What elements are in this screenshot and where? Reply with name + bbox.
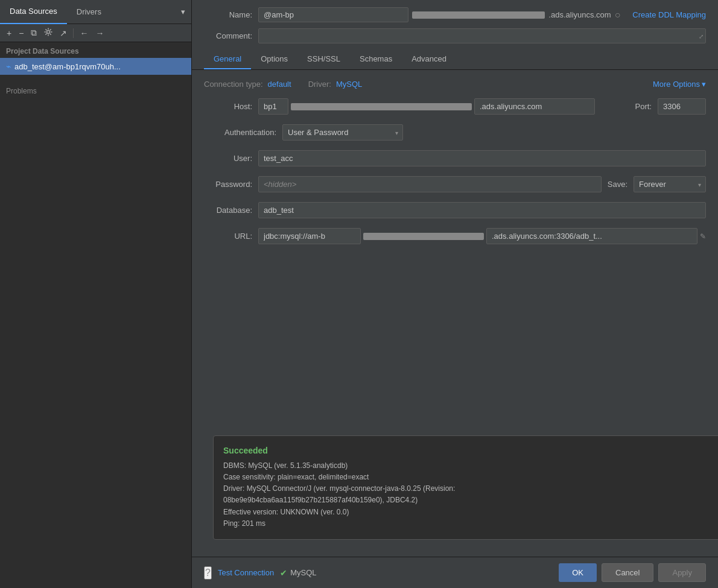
success-popup: Succeeded Copy DBMS: MySQL (ver. 5.1.35-…: [213, 435, 718, 540]
success-title-row: Succeeded Copy: [223, 446, 718, 455]
add-button[interactable]: +: [4, 27, 14, 39]
password-row: Password: Save: Forever Until restart Ne…: [204, 176, 706, 192]
copy-button[interactable]: ⧉: [28, 27, 40, 39]
comment-label: Comment:: [204, 31, 252, 40]
panel-dropdown-btn[interactable]: ▾: [175, 2, 191, 21]
forward-button[interactable]: →: [92, 27, 107, 39]
host-row: Host: Port:: [204, 98, 706, 115]
tab-options[interactable]: Options: [251, 49, 297, 69]
password-label: Password:: [204, 180, 252, 189]
auth-label: Authentication:: [204, 128, 276, 137]
url-label: URL:: [204, 232, 252, 241]
name-input[interactable]: [258, 7, 408, 22]
name-label: Name:: [204, 10, 252, 19]
database-input[interactable]: [258, 202, 706, 218]
form-header: Name: .ads.aliyuncs.com ○ Create DDL Map…: [192, 0, 718, 49]
url-input-end[interactable]: [486, 228, 697, 244]
left-panel: Data Sources Drivers ▾ + − ⧉ ↗ ← → Proje…: [0, 0, 192, 588]
name-row: Name: .ads.aliyuncs.com ○ Create DDL Map…: [204, 7, 706, 22]
help-button[interactable]: ?: [204, 566, 212, 580]
name-circle-icon: ○: [615, 10, 621, 21]
comment-input-wrapper: ⤢: [258, 28, 706, 43]
user-label: User:: [204, 154, 252, 163]
problems-section: Problems: [0, 81, 191, 101]
conn-type-row: Connection type: default Driver: MySQL M…: [204, 80, 706, 89]
database-icon: ⌁: [6, 62, 11, 71]
success-line3: Driver: MySQL Connector/J (ver. mysql-co…: [223, 483, 718, 495]
url-input-start[interactable]: [258, 228, 361, 244]
tab-general[interactable]: General: [204, 49, 251, 69]
check-icon: ✔: [280, 568, 287, 578]
comment-field[interactable]: [258, 28, 706, 43]
right-panel: Name: .ads.aliyuncs.com ○ Create DDL Map…: [192, 0, 718, 588]
url-row: URL: ✎: [204, 228, 706, 244]
comment-row: Comment: ⤢: [204, 28, 706, 43]
auth-row: Authentication: User & Password No auth …: [204, 124, 706, 141]
database-label: Database:: [204, 206, 252, 215]
tab-schemas[interactable]: Schemas: [350, 49, 402, 69]
dialog-buttons: OK Cancel Apply: [559, 563, 706, 582]
success-line2: Case sensitivity: plain=exact, delimited…: [223, 472, 718, 483]
database-row: Database:: [204, 202, 706, 218]
driver-value[interactable]: MySQL: [336, 80, 362, 89]
success-line1: DBMS: MySQL (ver. 5.1.35-analyticdb): [223, 460, 718, 472]
settings-button[interactable]: [41, 27, 56, 39]
tab-drivers[interactable]: Drivers: [67, 0, 111, 24]
name-suffix: .ads.aliyuncs.com: [548, 10, 611, 19]
success-title-text: Succeeded: [223, 446, 268, 455]
auth-select-wrapper: User & Password No auth LDAP Kerberos ▾: [282, 124, 403, 141]
tabs-bar: General Options SSH/SSL Schemas Advanced: [192, 49, 718, 70]
success-line4: 08be9e9b4cba6aa115f9b27b215887af40b159e0…: [223, 495, 718, 506]
url-edit-icon[interactable]: ✎: [700, 232, 706, 241]
name-blurred: [412, 11, 545, 19]
conn-type-label: Connection type:: [204, 80, 263, 89]
remove-button[interactable]: −: [16, 27, 27, 39]
test-connection-link[interactable]: Test Connection: [218, 568, 274, 577]
url-blurred: [363, 233, 484, 240]
problems-label: Problems: [6, 87, 37, 95]
save-label: Save:: [608, 180, 627, 189]
left-panel-header: Data Sources Drivers ▾: [0, 0, 191, 24]
user-row: User:: [204, 150, 706, 166]
svg-point-0: [47, 31, 50, 34]
port-label: Port:: [603, 102, 652, 111]
data-source-name: adb_test@am-bp1rqvm70uh...: [14, 62, 121, 71]
expand-icon[interactable]: ⤢: [699, 33, 704, 39]
host-input-start[interactable]: [258, 98, 288, 115]
success-line5: Effective version: UNKNOWN (ver. 0.0): [223, 507, 718, 518]
bottom-bar: ? Test Connection ✔ MySQL OK Cancel Appl…: [192, 557, 718, 588]
conn-type-value[interactable]: default: [268, 80, 291, 89]
back-button[interactable]: ←: [77, 27, 91, 39]
tab-data-sources[interactable]: Data Sources: [0, 0, 67, 24]
host-blurred: [291, 103, 472, 110]
project-data-sources-label: Project Data Sources: [0, 42, 191, 58]
tab-ssh-ssl[interactable]: SSH/SSL: [297, 49, 350, 69]
driver-label: Driver:: [308, 80, 331, 89]
auth-select[interactable]: User & Password No auth LDAP Kerberos: [282, 124, 403, 141]
success-line6: Ping: 201 ms: [223, 518, 718, 530]
more-options-chevron-icon: ▾: [702, 80, 706, 89]
save-select[interactable]: Forever Until restart Never: [634, 176, 706, 192]
test-success-indicator: ✔ MySQL: [280, 568, 316, 578]
more-options-btn[interactable]: More Options ▾: [653, 80, 706, 89]
data-source-item[interactable]: ⌁ adb_test@am-bp1rqvm70uh...: [0, 58, 191, 75]
tab-advanced[interactable]: Advanced: [402, 49, 456, 69]
create-ddl-link[interactable]: Create DDL Mapping: [632, 10, 706, 19]
password-input[interactable]: [258, 176, 602, 192]
more-options-label: More Options: [653, 80, 700, 89]
port-input[interactable]: [658, 98, 706, 115]
cancel-button[interactable]: Cancel: [602, 563, 653, 582]
toolbar: + − ⧉ ↗ ← →: [0, 24, 191, 42]
toolbar-separator: [73, 28, 74, 38]
save-select-wrapper: Forever Until restart Never ▾: [634, 176, 706, 192]
host-label: Host:: [204, 102, 252, 111]
user-input[interactable]: [258, 150, 706, 166]
apply-button[interactable]: Apply: [658, 563, 706, 582]
host-input-end[interactable]: [474, 98, 595, 115]
ok-button[interactable]: OK: [559, 563, 597, 582]
success-details: DBMS: MySQL (ver. 5.1.35-analyticdb) Cas…: [223, 460, 718, 530]
test-success-text: MySQL: [290, 568, 316, 577]
export-button[interactable]: ↗: [57, 27, 70, 39]
